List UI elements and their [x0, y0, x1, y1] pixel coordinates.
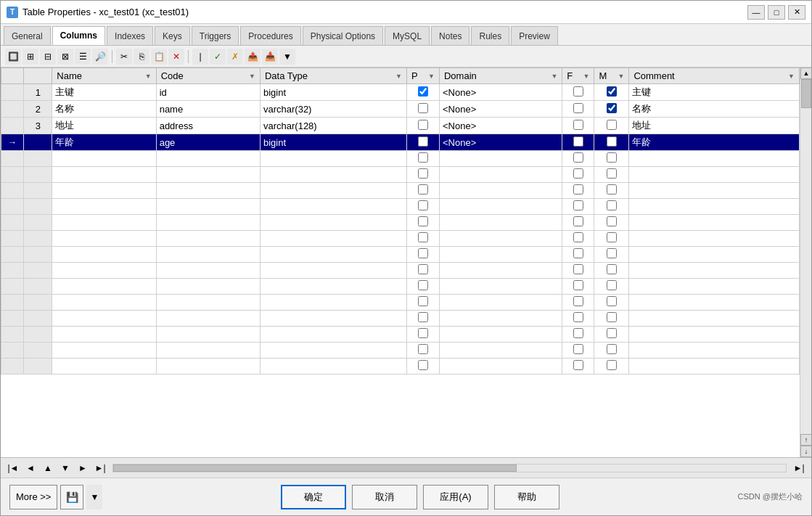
cell-m[interactable]	[594, 101, 629, 118]
scroll-down-button-1[interactable]: ↑	[800, 434, 811, 446]
minimize-button[interactable]: —	[747, 5, 765, 20]
cell-datatype-empty[interactable]	[260, 151, 406, 167]
cell-m-empty[interactable]	[594, 151, 629, 167]
cell-p[interactable]	[406, 118, 439, 134]
tool-check3[interactable]: ✗	[227, 49, 243, 65]
cell-name[interactable]: 名称	[52, 101, 156, 118]
scroll-track-v[interactable]	[800, 79, 811, 434]
header-code[interactable]: Code ▼	[156, 68, 260, 84]
scroll-thumb-h[interactable]	[113, 464, 517, 472]
cell-name-empty[interactable]	[52, 151, 156, 167]
table-scroll[interactable]: Name ▼ Code ▼	[1, 67, 800, 457]
cell-p[interactable]	[406, 101, 439, 118]
cell-f[interactable]	[562, 84, 594, 101]
cell-m[interactable]	[594, 84, 629, 101]
tool-btn-3[interactable]: ⊟	[40, 49, 56, 65]
cell-p-empty[interactable]	[406, 151, 439, 167]
save-dropdown-button[interactable]: ▼	[86, 485, 102, 509]
tool-export[interactable]: 📤	[245, 49, 261, 65]
cell-domain-empty[interactable]	[439, 151, 562, 167]
cell-m[interactable]	[594, 134, 629, 151]
tab-columns[interactable]: Columns	[52, 26, 105, 45]
tool-cut[interactable]: ✂	[116, 49, 132, 65]
nav-next-button[interactable]: ►	[75, 460, 91, 476]
cell-domain[interactable]: <None>	[439, 118, 562, 134]
header-comment[interactable]: Comment ▼	[629, 68, 800, 84]
more-button[interactable]: More >>	[9, 485, 57, 509]
tab-general[interactable]: General	[4, 26, 51, 45]
scroll-thumb-v[interactable]	[801, 79, 811, 108]
cell-code[interactable]: address	[156, 118, 260, 134]
cell-comment-empty[interactable]	[629, 151, 800, 167]
help-button[interactable]: 帮助	[494, 485, 559, 509]
cell-p[interactable]	[406, 84, 439, 101]
tab-rules[interactable]: Rules	[471, 26, 509, 45]
confirm-button[interactable]: 确定	[281, 485, 346, 509]
cell-domain[interactable]: <None>	[439, 84, 562, 101]
header-domain[interactable]: Domain ▼	[439, 68, 562, 84]
maximize-button[interactable]: □	[768, 5, 785, 20]
close-button[interactable]: ✕	[788, 5, 805, 20]
cell-comment[interactable]: 主键	[629, 84, 800, 101]
tab-indexes[interactable]: Indexes	[107, 26, 153, 45]
cell-code[interactable]: id	[156, 84, 260, 101]
tab-preview[interactable]: Preview	[511, 26, 558, 45]
cell-datatype[interactable]: bigint	[260, 134, 406, 151]
cell-f-empty[interactable]	[562, 151, 594, 167]
tab-notes[interactable]: Notes	[431, 26, 469, 45]
nav-last-button[interactable]: ►|	[92, 460, 108, 476]
cell-name[interactable]: 地址	[52, 118, 156, 134]
cancel-button[interactable]: 取消	[352, 485, 417, 509]
cell-domain[interactable]: <None>	[439, 134, 562, 151]
cell-comment[interactable]: 年龄	[629, 134, 800, 151]
cell-datatype[interactable]: varchar(128)	[260, 118, 406, 134]
header-f[interactable]: F ▼	[562, 68, 594, 84]
cell-domain[interactable]: <None>	[439, 101, 562, 118]
cell-datatype[interactable]: bigint	[260, 84, 406, 101]
cell-f[interactable]	[562, 118, 594, 134]
tool-delete[interactable]: ✕	[168, 49, 184, 65]
cell-name[interactable]: 主键	[52, 84, 156, 101]
nav-down-button[interactable]: ▼	[57, 460, 73, 476]
nav-first-button[interactable]: |◄	[5, 460, 21, 476]
save-button[interactable]: 💾	[60, 485, 83, 509]
vertical-scrollbar[interactable]: ▲ ↑ ↓	[800, 67, 811, 457]
tool-btn-4[interactable]: ⊠	[57, 49, 73, 65]
tab-keys[interactable]: Keys	[155, 26, 190, 45]
cell-datatype[interactable]: varchar(32)	[260, 101, 406, 118]
nav-prev-button[interactable]: ◄	[22, 460, 38, 476]
tool-btn-5[interactable]: ☰	[75, 49, 91, 65]
cell-code[interactable]: age	[156, 134, 260, 151]
cell-code-empty[interactable]	[156, 151, 260, 167]
tab-physical-options[interactable]: Physical Options	[303, 26, 383, 45]
scroll-up-button[interactable]: ▲	[800, 67, 811, 79]
header-datatype[interactable]: Data Type ▼	[260, 68, 406, 84]
cell-f[interactable]	[562, 101, 594, 118]
scroll-down-button-2[interactable]: ↓	[800, 446, 811, 457]
cell-name[interactable]: 年龄	[52, 134, 156, 151]
cell-f[interactable]	[562, 134, 594, 151]
tool-check1[interactable]: |	[192, 49, 208, 65]
horizontal-scrollbar[interactable]	[112, 464, 787, 472]
cell-code[interactable]: name	[156, 101, 260, 118]
cell-comment[interactable]: 地址	[629, 118, 800, 134]
tool-btn-1[interactable]: 🔲	[5, 49, 21, 65]
tab-triggers[interactable]: Triggers	[192, 26, 239, 45]
header-m[interactable]: M ▼	[594, 68, 629, 84]
cell-p[interactable]	[406, 134, 439, 151]
tool-copy[interactable]: ⎘	[134, 49, 149, 65]
tool-btn-2[interactable]: ⊞	[22, 49, 38, 65]
cell-m[interactable]	[594, 118, 629, 134]
tool-btn-6[interactable]: 🔎	[92, 49, 108, 65]
cell-comment[interactable]: 名称	[629, 101, 800, 118]
tab-procedures[interactable]: Procedures	[240, 26, 300, 45]
tool-check2[interactable]: ✓	[210, 49, 226, 65]
tool-dropdown[interactable]: ▼	[279, 49, 295, 65]
tab-mysql[interactable]: MySQL	[385, 26, 430, 45]
apply-button[interactable]: 应用(A)	[423, 485, 488, 509]
header-p[interactable]: P ▼	[406, 68, 439, 84]
tool-paste[interactable]: 📋	[151, 49, 167, 65]
scroll-right-end[interactable]: ►|	[791, 460, 807, 476]
tool-import[interactable]: 📥	[262, 49, 278, 65]
header-name[interactable]: Name ▼	[52, 68, 156, 84]
